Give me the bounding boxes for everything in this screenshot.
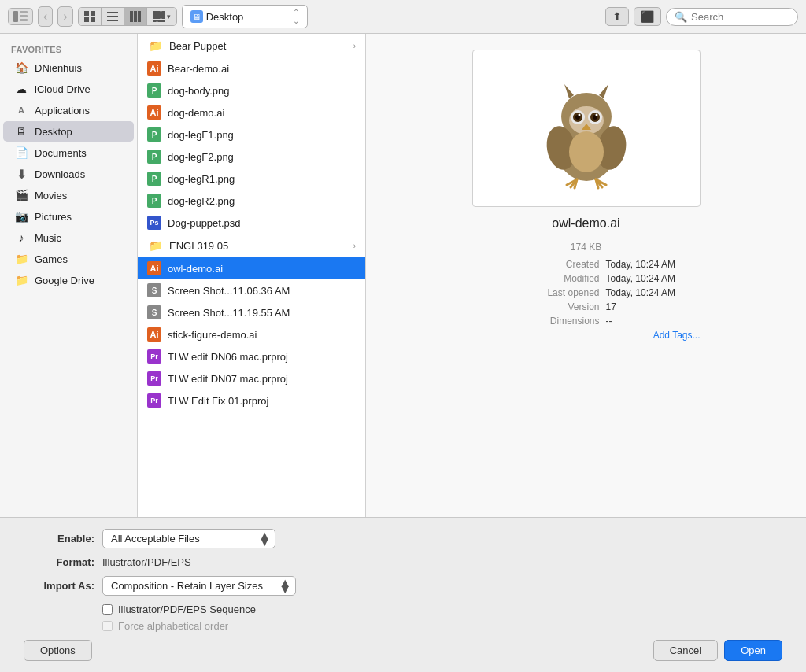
file-item[interactable]: 📁 Bear Puppet › xyxy=(138,34,365,57)
svg-rect-0 xyxy=(13,11,18,22)
sidebar-item-label: Music xyxy=(35,232,61,244)
enable-select-container: All Acceptable Files ▲▼ xyxy=(102,529,275,548)
svg-point-26 xyxy=(578,114,580,116)
preview-modified-value: Today, 10:24 AM xyxy=(606,273,701,284)
preview-last-opened-value: Today, 10:24 AM xyxy=(606,287,701,298)
svg-point-30 xyxy=(595,114,597,116)
back-button[interactable]: ‹ xyxy=(38,6,53,27)
home-icon: 🏠 xyxy=(14,61,28,75)
view-list-button[interactable] xyxy=(102,8,124,25)
sidebar-item-label: Documents xyxy=(35,147,87,159)
sidebar-item-dnienhuis[interactable]: 🏠 DNienhuis xyxy=(3,57,134,78)
file-item[interactable]: S Screen Shot...11.06.36 AM xyxy=(138,279,365,301)
forward-button[interactable]: › xyxy=(57,6,72,27)
file-item[interactable]: Ai dog-demo.ai xyxy=(138,102,365,124)
file-item-name: Dog-puppet.psd xyxy=(168,217,356,229)
preview-last-opened-label: Last opened xyxy=(529,287,600,298)
location-bar[interactable]: 🖥 Desktop ⌃⌄ xyxy=(182,5,308,28)
file-item[interactable]: P dog-legF1.png xyxy=(138,124,365,146)
cancel-button[interactable]: Cancel xyxy=(653,640,718,661)
sidebar-item-games[interactable]: 📁 Games xyxy=(3,249,134,269)
file-item[interactable]: S Screen Shot...11.19.55 AM xyxy=(138,301,365,323)
ai-icon: Ai xyxy=(147,327,161,342)
sidebar-item-label: Google Drive xyxy=(35,275,94,286)
format-label: Format: xyxy=(24,556,94,568)
file-item[interactable]: P dog-body.png xyxy=(138,79,365,102)
right-buttons: Cancel Open xyxy=(653,640,782,661)
png-icon: P xyxy=(147,172,161,186)
preview-version-label: Version xyxy=(529,301,600,312)
file-item-name: dog-legF1.png xyxy=(168,129,356,141)
enable-select[interactable]: All Acceptable Files xyxy=(102,529,275,548)
checkboxes-area: Illustrator/PDF/EPS Sequence Force alpha… xyxy=(102,604,782,632)
enable-label: Enable: xyxy=(24,533,94,545)
preview-dimensions-value: -- xyxy=(606,316,701,327)
sequence-checkbox-label[interactable]: Illustrator/PDF/EPS Sequence xyxy=(102,604,782,615)
screenshot-icon: S xyxy=(147,283,161,297)
pictures-icon: 📷 xyxy=(14,209,28,223)
ai-icon: Ai xyxy=(147,61,161,76)
add-tags-link[interactable]: Add Tags... xyxy=(472,330,701,341)
search-input[interactable] xyxy=(691,11,786,23)
file-item[interactable]: Pr TLW edit DN07 mac.prproj xyxy=(138,367,365,390)
googledrive-icon: 📁 xyxy=(14,273,28,287)
preview-dimensions-label: Dimensions xyxy=(529,316,600,327)
sidebar-item-movies[interactable]: 🎬 Movies xyxy=(3,185,134,205)
sequence-checkbox[interactable] xyxy=(102,604,113,615)
sidebar-item-label: Games xyxy=(35,253,68,265)
preview-size: 174 KB xyxy=(472,242,701,253)
share-button[interactable]: ⬆ xyxy=(605,7,629,26)
file-item-name: TLW edit DN07 mac.prproj xyxy=(168,373,356,385)
sidebar-item-applications[interactable]: A Applications xyxy=(3,100,134,120)
location-chevron: ⌃⌄ xyxy=(293,8,299,25)
preview-info: 174 KB Created Today, 10:24 AM Modified … xyxy=(472,242,701,341)
search-icon: 🔍 xyxy=(675,11,687,23)
alphabetical-checkbox[interactable] xyxy=(102,621,113,631)
view-gallery-button[interactable]: ▾ xyxy=(147,8,176,25)
preview-row-modified: Modified Today, 10:24 AM xyxy=(472,273,701,284)
downloads-icon: ⬇ xyxy=(14,167,28,181)
svg-rect-4 xyxy=(84,11,89,16)
preview-panel: owl-demo.ai 174 KB Created Today, 10:24 … xyxy=(366,34,806,517)
sidebar-item-music[interactable]: ♪ Music xyxy=(3,227,134,248)
file-item[interactable]: P dog-legR1.png xyxy=(138,168,365,190)
file-item[interactable]: Pr TLW edit DN06 mac.prproj xyxy=(138,345,365,367)
sidebar-item-desktop[interactable]: 🖥 Desktop xyxy=(3,121,134,142)
file-item-name: dog-legR2.png xyxy=(168,195,356,207)
file-item[interactable]: P dog-legR2.png xyxy=(138,190,365,212)
sidebar-toggle-button[interactable] xyxy=(8,8,33,25)
file-item[interactable]: Ai stick-figure-demo.ai xyxy=(138,323,365,345)
view-column-button[interactable] xyxy=(124,8,147,25)
preview-version-value: 17 xyxy=(606,301,701,312)
sidebar-item-pictures[interactable]: 📷 Pictures xyxy=(3,206,134,227)
file-item[interactable]: Ai Bear-demo.ai xyxy=(138,57,365,79)
sidebar-item-label: Applications xyxy=(35,105,90,116)
file-item-name: Screen Shot...11.19.55 AM xyxy=(168,307,356,319)
sidebar-item-icloud[interactable]: ☁ iCloud Drive xyxy=(3,79,134,99)
svg-rect-3 xyxy=(20,19,28,21)
file-item-name: dog-body.png xyxy=(168,85,356,97)
file-item[interactable]: 📁 ENGL319 05 › xyxy=(138,234,365,257)
file-item[interactable]: Pr TLW Edit Fix 01.prproj xyxy=(138,390,365,412)
file-item[interactable]: P dog-legF2.png xyxy=(138,146,365,168)
sidebar-item-downloads[interactable]: ⬇ Downloads xyxy=(3,164,134,184)
open-button[interactable]: Open xyxy=(724,640,782,661)
file-item-name: Bear-demo.ai xyxy=(168,63,356,75)
sidebar-item-documents[interactable]: 📄 Documents xyxy=(3,142,134,163)
psd-icon: Ps xyxy=(147,216,161,230)
svg-rect-2 xyxy=(20,15,28,17)
tag-button[interactable]: ⬛ xyxy=(634,7,661,26)
view-icon-button[interactable] xyxy=(79,8,102,25)
options-button[interactable]: Options xyxy=(24,640,92,661)
sidebar-item-googledrive[interactable]: 📁 Google Drive xyxy=(3,270,134,290)
sidebar: Favorites 🏠 DNienhuis ☁ iCloud Drive A A… xyxy=(0,34,138,517)
svg-rect-1 xyxy=(20,11,28,13)
import-as-select[interactable]: Composition - Retain Layer Sizes Composi… xyxy=(102,576,296,596)
file-item-selected[interactable]: Ai owl-demo.ai xyxy=(138,257,365,279)
alphabetical-checkbox-label[interactable]: Force alphabetical order xyxy=(102,620,782,632)
import-as-row: Import As: Composition - Retain Layer Si… xyxy=(24,576,782,596)
preview-created-label: Created xyxy=(529,259,600,270)
svg-rect-12 xyxy=(134,11,137,22)
file-item[interactable]: Ps Dog-puppet.psd xyxy=(138,212,365,234)
sidebar-item-label: iCloud Drive xyxy=(35,83,91,95)
